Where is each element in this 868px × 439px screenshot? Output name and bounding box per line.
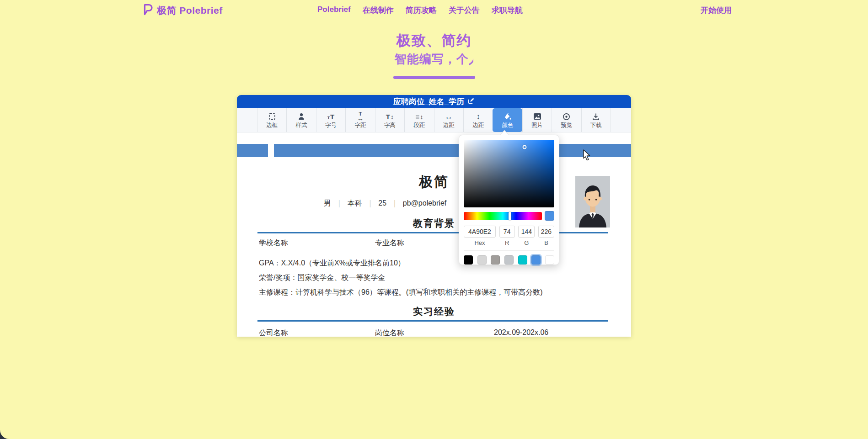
g-label: G xyxy=(518,239,535,246)
paint-bucket-icon xyxy=(504,112,512,121)
hue-slider[interactable] xyxy=(464,212,542,220)
margin-vertical-icon: ↕ xyxy=(476,112,480,121)
section-divider xyxy=(257,320,608,322)
edit-title-icon[interactable] xyxy=(468,97,475,106)
resume-header-band-left xyxy=(237,144,268,157)
polebrief-logo-icon xyxy=(143,4,154,17)
brand-logo[interactable]: 极简 Polebrief xyxy=(143,4,223,17)
brand-logo-text: 极简 Polebrief xyxy=(157,4,223,17)
toolbar-button-label: 样式 xyxy=(296,122,307,128)
toolbar-button-photo[interactable]: 照片 xyxy=(522,108,552,132)
toolbar-button-label: 照片 xyxy=(531,122,543,128)
toolbar-button-label: 边距 xyxy=(472,122,484,128)
preset-swatches xyxy=(464,250,554,264)
swatch-dark-gray[interactable] xyxy=(491,255,500,264)
b-label: B xyxy=(538,239,554,246)
swatch-light-gray[interactable] xyxy=(477,255,487,264)
paragraph-spacing-icon: ≡↕ xyxy=(415,112,423,121)
line-height-icon: T↕ xyxy=(386,112,394,121)
toolbar-button-label: 字距 xyxy=(354,122,366,128)
toolbar-button-preview[interactable]: 预览 xyxy=(552,108,581,132)
info-separator: ｜ xyxy=(391,199,398,207)
color-field-labels: Hex R G B xyxy=(464,239,554,246)
hero-typing-partial-char: 人 xyxy=(469,51,473,67)
toolbar-button-color[interactable]: 颜色 xyxy=(493,108,522,132)
hex-input[interactable] xyxy=(464,226,496,238)
red-input[interactable] xyxy=(499,226,515,238)
resume-name[interactable]: 极简 xyxy=(237,173,631,191)
resume-info-email: pb@polebrief xyxy=(403,199,446,207)
education-honors-field[interactable]: 荣誉/奖项：国家奖学金、校一等奖学金 xyxy=(259,273,385,283)
resume-preview: 极简 男｜本科｜25｜pb@polebrief xyxy=(237,132,631,337)
toolbar-button-label: 段距 xyxy=(413,122,425,128)
top-navigation-bar: 极简 Polebrief Polebrief 在线制作 简历攻略 关于公告 求职… xyxy=(0,0,868,19)
education-gpa-field[interactable]: GPA：X.X/4.0（专业前X%或专业排名前10） xyxy=(259,259,405,268)
color-value-fields xyxy=(464,226,554,238)
internship-position-field[interactable]: 岗位名称 xyxy=(375,328,404,337)
education-major-field[interactable]: 专业名称 xyxy=(375,238,404,248)
hue-row xyxy=(464,211,554,221)
swatch-black[interactable] xyxy=(464,255,473,264)
document-title: 应聘岗位_姓名_学历 xyxy=(393,96,464,107)
margin-horizontal-icon: ↔ xyxy=(445,112,453,121)
toolbar-button-label: 预览 xyxy=(561,122,572,128)
toolbar-button-border[interactable]: 边框 xyxy=(257,108,286,132)
sv-marker[interactable] xyxy=(522,145,526,149)
nav-item-job-navigation[interactable]: 求职导航 xyxy=(492,5,523,16)
toolbar-button-letter-spacing[interactable]: T↔ 字距 xyxy=(345,108,375,132)
info-separator: ｜ xyxy=(367,199,374,207)
nav-item-online-create[interactable]: 在线制作 xyxy=(363,5,394,16)
resume-info-row[interactable]: 男｜本科｜25｜pb@polebrief xyxy=(324,199,446,208)
main-nav: Polebrief 在线制作 简历攻略 关于公告 求职导航 xyxy=(317,5,523,16)
page: 极简 Polebrief Polebrief 在线制作 简历攻略 关于公告 求职… xyxy=(0,0,868,439)
swatch-gray[interactable] xyxy=(504,255,514,264)
editor-toolbar: 边框 样式 тT 字号 T↔ 字距 T↕ 字高 ≡↕ 段距 xyxy=(237,108,631,132)
resume-editor-card: 应聘岗位_姓名_学历 边框 样式 тT 字号 T↔ 字距 xyxy=(237,95,631,337)
toolbar-button-margin-vertical[interactable]: ↕ 边距 xyxy=(463,108,493,132)
toolbar-button-download[interactable]: 下载 xyxy=(581,108,611,132)
toolbar-button-paragraph-spacing[interactable]: ≡↕ 段距 xyxy=(404,108,434,132)
get-started-link[interactable]: 开始使用 xyxy=(701,5,732,16)
resume-header-band xyxy=(274,144,631,157)
toolbar-button-line-height[interactable]: T↕ 字高 xyxy=(375,108,404,132)
toolbar-button-style[interactable]: 样式 xyxy=(286,108,316,132)
photo-icon xyxy=(533,112,541,121)
toolbar-button-label: 下载 xyxy=(590,122,602,128)
internship-period-field[interactable]: 202x.09-202x.06 xyxy=(494,328,548,337)
toolbar-button-label: 边距 xyxy=(443,122,455,128)
internship-company-field[interactable]: 公司名称 xyxy=(259,328,288,337)
swatch-white[interactable] xyxy=(545,255,554,264)
toolbar-button-font-size[interactable]: тT 字号 xyxy=(316,108,345,132)
hue-slider-handle[interactable] xyxy=(509,212,511,220)
r-label: R xyxy=(499,239,515,246)
swatch-teal[interactable] xyxy=(518,255,527,264)
download-icon xyxy=(592,112,600,121)
hero-title: 极致、简约 xyxy=(0,31,868,50)
current-color-preview xyxy=(545,211,554,221)
nav-item-resume-guide[interactable]: 简历攻略 xyxy=(406,5,437,16)
toolbar-button-label: 边框 xyxy=(266,122,278,128)
color-picker-panel: Hex R G B xyxy=(459,135,559,265)
border-icon xyxy=(268,112,276,121)
resume-info-gender: 男 xyxy=(324,199,331,207)
toolbar-button-margin-horizontal[interactable]: ↔ 边距 xyxy=(434,108,463,132)
toolbar-button-label: 字号 xyxy=(325,122,337,128)
saturation-value-area[interactable] xyxy=(464,140,554,207)
education-school-field[interactable]: 学校名称 xyxy=(259,238,288,248)
hex-label: Hex xyxy=(464,239,496,246)
nav-item-announcements[interactable]: 关于公告 xyxy=(449,5,480,16)
blue-input[interactable] xyxy=(538,226,554,238)
nav-item-polebrief[interactable]: Polebrief xyxy=(317,5,351,16)
toolbar-button-label: 字高 xyxy=(384,122,396,128)
hero-divider xyxy=(393,76,475,79)
preview-eye-icon xyxy=(563,112,570,121)
resume-info-age: 25 xyxy=(378,199,386,207)
education-courses-field[interactable]: 主修课程：计算机科学与技术（96）等课程。(填写和求职相关的主修课程，可带高分数… xyxy=(259,288,542,297)
toolbar-button-label: 颜色 xyxy=(502,122,514,128)
green-input[interactable] xyxy=(518,226,535,238)
letter-spacing-icon: T↔ xyxy=(357,112,364,121)
info-separator: ｜ xyxy=(336,199,343,207)
resume-info-degree: 本科 xyxy=(348,199,362,207)
document-title-bar[interactable]: 应聘岗位_姓名_学历 xyxy=(237,95,631,108)
swatch-blue-selected[interactable] xyxy=(531,255,541,264)
